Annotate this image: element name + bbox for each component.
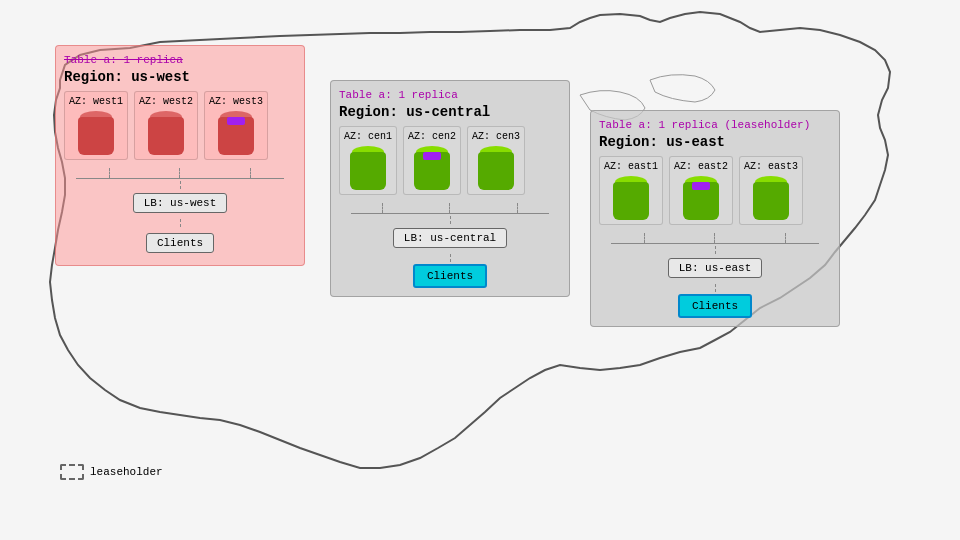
central-clients-box[interactable]: Clients [413,264,487,288]
east-lb-box: LB: us-east [668,258,763,278]
east-az-row: AZ: east1 AZ: east2 AZ: east3 [599,156,831,225]
central-az1-box: AZ: cen1 [339,126,397,195]
legend-area: leaseholder [60,464,163,480]
west-az2-box: AZ: west2 [134,91,198,160]
west-az3-label: AZ: west3 [209,96,263,107]
east-region-panel: Table a: 1 replica (leaseholder) Region:… [590,110,840,327]
central-leaseholder-indicator [423,152,441,160]
west-leaseholder-indicator [227,117,245,125]
west-az2-label: AZ: west2 [139,96,193,107]
west-clients-box[interactable]: Clients [146,233,214,253]
east-region-name: Region: us-east [599,134,831,150]
central-az1-label: AZ: cen1 [344,131,392,142]
east-clients-box[interactable]: Clients [678,294,752,318]
east-leaseholder-indicator [692,182,710,190]
west-az1-box: AZ: west1 [64,91,128,160]
central-az2-box: AZ: cen2 [403,126,461,195]
west-lb-box: LB: us-west [133,193,228,213]
east-az1-box: AZ: east1 [599,156,663,225]
west-region-panel: Table a: 1 replica Region: us-west AZ: w… [55,45,305,266]
central-table-label: Table a: 1 replica [339,89,561,101]
east-table-label: Table a: 1 replica (leaseholder) [599,119,831,131]
central-az3-cylinder [478,146,514,190]
west-az-row: AZ: west1 AZ: west2 AZ: west3 [64,91,296,160]
west-az1-label: AZ: west1 [69,96,123,107]
central-az1-cylinder [350,146,386,190]
east-az2-box: AZ: east2 [669,156,733,225]
central-lb-box: LB: us-central [393,228,507,248]
east-az2-label: AZ: east2 [674,161,728,172]
west-az2-cylinder [148,111,184,155]
central-region-name: Region: us-central [339,104,561,120]
legend-dashed-box [60,464,84,480]
west-region-name: Region: us-west [64,69,296,85]
east-az1-cylinder [613,176,649,220]
east-az1-label: AZ: east1 [604,161,658,172]
east-az2-cylinder [683,176,719,220]
central-az-row: AZ: cen1 AZ: cen2 AZ: cen3 [339,126,561,195]
east-az3-box: AZ: east3 [739,156,803,225]
central-az2-cylinder [414,146,450,190]
west-az3-cylinder [218,111,254,155]
central-az3-box: AZ: cen3 [467,126,525,195]
central-region-panel: Table a: 1 replica Region: us-central AZ… [330,80,570,297]
central-az3-label: AZ: cen3 [472,131,520,142]
west-az1-cylinder [78,111,114,155]
west-table-label: Table a: 1 replica [64,54,296,66]
legend-label: leaseholder [90,466,163,478]
west-az3-box: AZ: west3 [204,91,268,160]
east-az3-label: AZ: east3 [744,161,798,172]
central-az2-label: AZ: cen2 [408,131,456,142]
east-az3-cylinder [753,176,789,220]
